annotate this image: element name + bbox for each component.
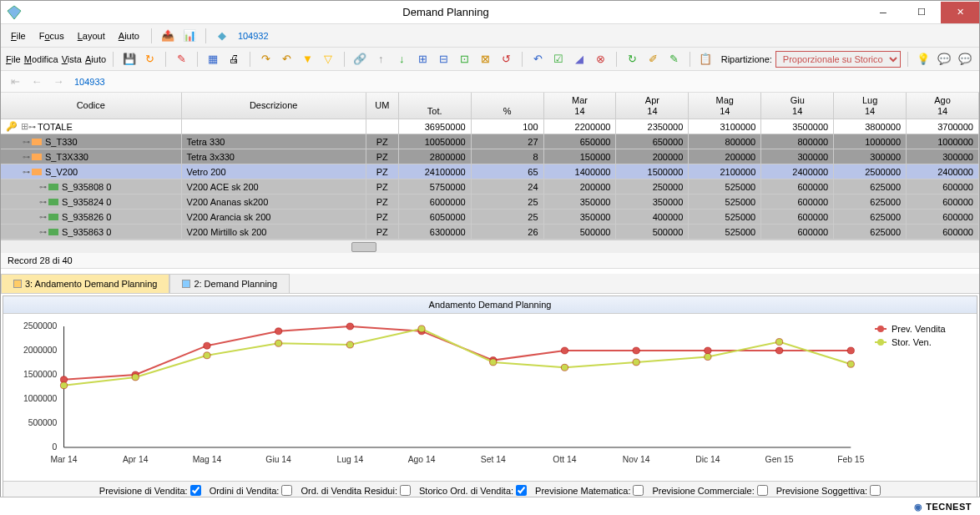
record-id-1[interactable]: 104932 <box>235 31 272 41</box>
up-icon[interactable]: ↑ <box>372 50 390 68</box>
speech2-icon[interactable]: 💬 <box>957 50 974 68</box>
checkbox-option[interactable]: Storico Ord. di Vendita: <box>419 485 527 496</box>
print-icon[interactable]: 🖨 <box>225 50 243 68</box>
maximize-button[interactable]: ☐ <box>902 2 941 23</box>
chart-panel: Andamento Demand Planning 05000001000000… <box>3 295 977 500</box>
nav-prev-icon[interactable]: ← <box>28 73 46 91</box>
table3-icon[interactable]: ⊡ <box>456 50 473 68</box>
svg-point-46 <box>633 359 639 366</box>
nav-next-icon[interactable]: → <box>49 73 68 91</box>
tab-andamento[interactable]: 3: Andamento Demand Planning <box>1 274 169 293</box>
checkbox-option[interactable]: Previsione Matematica: <box>535 485 644 496</box>
menu-layout[interactable]: Layout <box>73 29 110 43</box>
grid-icon[interactable]: ▦ <box>205 50 222 68</box>
close-button[interactable]: ✕ <box>941 2 979 23</box>
calc-icon[interactable]: 📋 <box>697 50 715 68</box>
cycle-icon[interactable]: ↻ <box>624 50 641 68</box>
col-mag14[interactable]: Mag14 <box>689 93 761 119</box>
bulb-icon[interactable]: 💡 <box>915 50 932 68</box>
minimize-button[interactable]: ─ <box>864 2 902 23</box>
col-apr14[interactable]: Apr14 <box>616 93 689 119</box>
col-lug14[interactable]: Lug14 <box>834 93 907 119</box>
svg-text:Ott 14: Ott 14 <box>553 455 577 464</box>
table-row[interactable]: 🔑⊞ ⊶TOTALE369500001002200000235000031000… <box>1 119 979 134</box>
checkbox-option[interactable]: Ordini di Vendita: <box>210 485 293 496</box>
erase-icon[interactable]: ◢ <box>571 50 589 68</box>
ripartizione-select[interactable]: Proporzionale su Storico <box>775 51 901 68</box>
export-icon[interactable]: 📤 <box>159 27 177 45</box>
col-pct[interactable]: % <box>472 93 544 119</box>
sheet-icon[interactable]: ☑ <box>550 50 568 68</box>
tab-demand-planning[interactable]: 2: Demand Planning <box>169 274 290 293</box>
gem-icon[interactable]: ◆ <box>213 27 231 45</box>
svg-point-38 <box>60 382 67 389</box>
checkbox-option[interactable]: Ord. di Vendita Residui: <box>301 485 411 496</box>
reload-icon[interactable]: ↺ <box>498 50 515 68</box>
link-icon[interactable]: 🔗 <box>351 50 369 68</box>
pencil-icon[interactable]: ✎ <box>665 50 683 68</box>
menu-focus[interactable]: Focus <box>34 29 69 43</box>
col-giu14[interactable]: Giu14 <box>761 93 834 119</box>
horizontal-scrollbar[interactable] <box>1 240 979 253</box>
col-tot[interactable]: Tot. <box>399 93 472 119</box>
table-row[interactable]: ⊶S_V200Vetro 200PZ2410000065140000015000… <box>1 164 979 179</box>
table-row[interactable]: ⊶S_935808 0V200 ACE sk 200PZ575000024200… <box>1 179 979 194</box>
speech-icon[interactable]: 💬 <box>936 50 953 68</box>
record-id-2[interactable]: 104933 <box>71 77 109 87</box>
table-row[interactable]: ⊶S_T330Tetra 330PZ1005000027650000650000… <box>1 134 979 149</box>
menu2-vista[interactable]: Vista <box>62 54 82 64</box>
down-icon[interactable]: ↓ <box>393 50 411 68</box>
checkbox-option[interactable]: Previsione Soggettiva: <box>776 485 881 496</box>
ripartizione-label: Ripartizione: <box>721 54 772 64</box>
checkbox-option[interactable]: Previsione di Vendita: <box>99 485 201 496</box>
menu-file[interactable]: File <box>6 29 31 43</box>
checkbox-option[interactable]: Previsione Commerciale: <box>652 485 767 496</box>
menubar-main: File Focus Layout Aiuto 📤 📊 ◆ 104932 <box>1 24 979 48</box>
svg-point-49 <box>847 361 854 367</box>
table1-icon[interactable]: ⊞ <box>414 50 432 68</box>
export1-icon[interactable]: ↷ <box>257 50 275 68</box>
grid-header: Codice Descrizione UM Tot. % Mar14 Apr14… <box>1 93 979 119</box>
table2-icon[interactable]: ⊟ <box>435 50 452 68</box>
svg-point-45 <box>561 364 568 371</box>
svg-text:Dic 14: Dic 14 <box>695 455 720 464</box>
table-row[interactable]: ⊶S_T3X330Tetra 3x330PZ280000081500002000… <box>1 149 979 164</box>
col-ago14[interactable]: Ago14 <box>907 93 979 119</box>
nav-first-icon[interactable]: ⇤ <box>6 73 24 91</box>
table4-icon[interactable]: ⊠ <box>477 50 494 68</box>
chart-legend: Prev. Vendita Stor. Ven. <box>868 314 977 481</box>
save-icon[interactable]: 💾 <box>120 50 138 68</box>
menu2-aiuto[interactable]: Aiuto <box>85 54 106 64</box>
col-mar14[interactable]: Mar14 <box>544 93 617 119</box>
svg-text:Mag 14: Mag 14 <box>193 455 222 464</box>
table-row[interactable]: ⊶S_935863 0V200 Mirtillo sk 200PZ6300000… <box>1 225 979 240</box>
export2-icon[interactable]: ↶ <box>278 50 296 68</box>
svg-text:Giu 14: Giu 14 <box>265 455 291 464</box>
svg-text:Apr 14: Apr 14 <box>123 455 149 464</box>
col-descrizione[interactable]: Descrizione <box>182 93 366 119</box>
svg-text:1000000: 1000000 <box>23 394 58 403</box>
menu-aiuto[interactable]: Aiuto <box>114 29 144 43</box>
svg-point-29 <box>275 328 281 335</box>
svg-text:Lug 14: Lug 14 <box>337 455 364 464</box>
chart-plot: 05000001000000150000020000002500000Mar 1… <box>3 314 868 481</box>
menu2-file[interactable]: File <box>6 54 21 64</box>
table-row[interactable]: ⊶S_935826 0V200 Arancia sk 200PZ60500002… <box>1 210 979 225</box>
menu2-modifica[interactable]: Modifica <box>24 54 58 64</box>
filter-icon[interactable]: ▽ <box>320 50 337 68</box>
brush-icon[interactable]: ✐ <box>644 50 662 68</box>
edit-icon[interactable]: ✎ <box>173 50 190 68</box>
svg-point-48 <box>775 339 782 346</box>
excel-icon[interactable]: ⊗ <box>592 50 609 68</box>
titlebar: Demand Planning ─ ☐ ✕ <box>1 1 979 24</box>
chart-icon[interactable]: 📊 <box>180 27 199 45</box>
svg-point-40 <box>204 352 210 359</box>
undo-icon[interactable]: ↶ <box>529 50 547 68</box>
col-codice[interactable]: Codice <box>1 93 182 119</box>
svg-text:Feb 15: Feb 15 <box>837 455 865 464</box>
refresh-orange-icon[interactable]: ↻ <box>141 50 159 68</box>
col-um[interactable]: UM <box>366 93 399 119</box>
funnel-icon[interactable]: ▼ <box>299 50 316 68</box>
table-row[interactable]: ⊶S_935824 0V200 Ananas sk200PZ6000000253… <box>1 194 979 210</box>
svg-text:Gen 15: Gen 15 <box>765 455 794 464</box>
